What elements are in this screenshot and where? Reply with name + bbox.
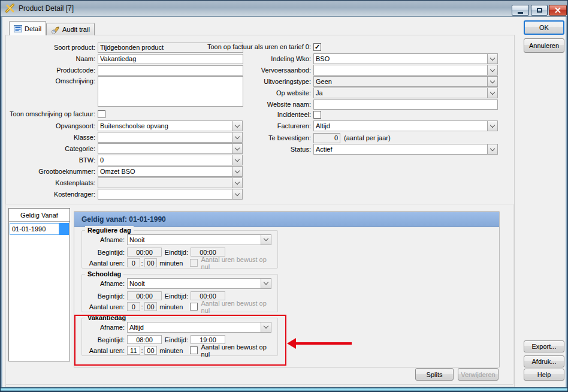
- list-item[interactable]: 01-01-1990: [10, 223, 69, 235]
- dropdown-button[interactable]: [261, 322, 271, 332]
- afname-value: Nooit: [128, 235, 261, 245]
- minuten-input[interactable]: 00: [144, 346, 158, 355]
- btw-select[interactable]: 0: [98, 155, 243, 165]
- colon-separator: :: [141, 303, 143, 310]
- field-factureren: Factureren: Altijd: [204, 120, 498, 131]
- detail-tab-icon: [14, 25, 22, 33]
- chevron-down-icon: [235, 156, 240, 161]
- te-bevestigen-input[interactable]: [313, 133, 340, 143]
- field-kostendrager: Kostendrager:: [5, 189, 243, 200]
- dropdown-button[interactable]: [487, 144, 497, 154]
- afname-select[interactable]: Nooit: [127, 278, 271, 289]
- uitvoeringstype-label: Uitvoeringstype:: [204, 78, 313, 85]
- field-toon-omschrijving: Toon omschrijving op factuur:: [5, 108, 105, 119]
- window-title: Product Detail [7]: [19, 4, 74, 13]
- kostendrager-select[interactable]: [98, 189, 243, 200]
- tab-audit-trail[interactable]: Audit trail: [46, 23, 95, 35]
- bewust-op-nul-checkbox[interactable]: [190, 303, 198, 310]
- uren-input[interactable]: 11: [127, 346, 140, 355]
- dropdown-button[interactable]: [487, 77, 497, 86]
- tab-detail[interactable]: Detail: [9, 21, 46, 35]
- chevron-down-icon: [235, 179, 240, 184]
- indeling-wko-select[interactable]: BSO: [313, 53, 498, 64]
- dropdown-button[interactable]: [487, 88, 497, 98]
- dropdown-button[interactable]: [487, 54, 497, 64]
- field-btw: BTW: 0: [5, 155, 243, 165]
- categorie-label: Categorie:: [5, 145, 98, 152]
- window-frame-right: [566, 17, 567, 388]
- toon-omschrijving-checkbox[interactable]: [98, 110, 105, 118]
- aantal-uren-label: Aantal uren:: [84, 347, 127, 354]
- incidenteel-checkbox[interactable]: [313, 111, 321, 119]
- export-button[interactable]: Export...: [524, 340, 564, 352]
- field-te-bevestigen: Te bevestigen: (aantal per jaar): [204, 132, 391, 143]
- minimize-button[interactable]: [512, 5, 529, 16]
- tab-detail-label: Detail: [25, 25, 41, 32]
- status-select[interactable]: Actief: [313, 144, 498, 155]
- bewust-op-nul-label: Aantal uren bewust op nul: [201, 256, 276, 270]
- chevron-down-icon: [264, 280, 268, 285]
- dropdown-button[interactable]: [487, 121, 497, 131]
- uitvoeringstype-select[interactable]: Geen: [313, 76, 498, 87]
- afname-select[interactable]: Nooit: [127, 234, 271, 245]
- dropdown-button[interactable]: [232, 155, 242, 165]
- window-frame-bottom: [1, 387, 567, 391]
- bewust-op-nul-checkbox[interactable]: [190, 346, 198, 354]
- klasse-label: Klasse:: [5, 134, 98, 141]
- dropdown-button[interactable]: [261, 279, 271, 288]
- op-website-label: Op website:: [204, 89, 313, 97]
- toon-omschrijving-label: Toon omschrijving op factuur:: [5, 110, 98, 117]
- geldig-vanaf-list-header: Geldig Vanaf: [9, 209, 70, 222]
- close-icon: [555, 7, 561, 13]
- te-bevestigen-suffix: (aantal per jaar): [344, 134, 391, 141]
- field-toon-op-factuur: Toon op factuur als uren en tarief 0: ✓: [204, 41, 321, 52]
- help-button[interactable]: Help: [524, 369, 564, 381]
- grootboeknummer-select[interactable]: Omzet BSO: [98, 166, 243, 177]
- field-indeling-wko: Indeling Wko: BSO: [204, 53, 498, 64]
- chevron-down-icon: [264, 236, 268, 241]
- geldig-vanaf-list[interactable]: Geldig Vanaf 01-01-1990: [8, 208, 70, 361]
- list-item-date[interactable]: 01-01-1990: [10, 223, 59, 235]
- factureren-select[interactable]: Altijd: [313, 120, 498, 131]
- begintijd-input: 00:00: [127, 248, 162, 257]
- status-value: Actief: [314, 144, 487, 154]
- field-vervoersaanbod: Vervoersaanbod:: [204, 65, 498, 76]
- chevron-down-icon: [235, 168, 240, 173]
- bewust-op-nul-checkbox: [190, 259, 198, 267]
- website-naam-input[interactable]: [313, 99, 498, 110]
- vervoersaanbod-label: Vervoersaanbod:: [204, 67, 313, 74]
- omschrijving-label: Omschrijving:: [5, 76, 98, 85]
- op-website-value: Ja: [314, 88, 487, 98]
- maximize-button[interactable]: [531, 5, 548, 16]
- indeling-wko-value: BSO: [314, 54, 487, 64]
- ok-button[interactable]: OK: [524, 20, 564, 35]
- minuten-label: minuten: [159, 260, 183, 267]
- begintijd-input[interactable]: 08:00: [127, 335, 162, 344]
- afdruk-button[interactable]: Afdruk...: [524, 355, 564, 367]
- close-button[interactable]: [549, 5, 567, 16]
- dropdown-button[interactable]: [261, 235, 271, 245]
- audit-trail-tab-icon: [51, 25, 60, 34]
- afname-select[interactable]: Altijd: [127, 322, 271, 333]
- begintijd-input: 00:00: [127, 291, 162, 300]
- dropdown-button[interactable]: [487, 65, 497, 75]
- splits-button[interactable]: Splits: [415, 368, 454, 381]
- kostenplaats-value: [98, 178, 232, 188]
- dropdown-button[interactable]: [232, 189, 242, 199]
- begintijd-label: Begintijd:: [84, 249, 127, 256]
- annuleren-button[interactable]: Annuleren: [524, 38, 564, 53]
- tab-audit-trail-label: Audit trail: [62, 26, 90, 33]
- eindtijd-label: Eindtijd:: [162, 293, 191, 300]
- vervoersaanbod-select[interactable]: [313, 65, 498, 76]
- chevron-down-icon: [264, 324, 268, 328]
- toon-op-factuur-checkbox[interactable]: ✓: [313, 43, 321, 51]
- afname-value: Altijd: [128, 322, 261, 332]
- website-naam-label: Website naam:: [204, 101, 313, 108]
- field-website-naam: Website naam:: [204, 99, 498, 110]
- op-website-select[interactable]: Ja: [313, 88, 498, 98]
- aantal-uren-label: Aantal uren:: [84, 260, 127, 267]
- dropdown-button[interactable]: [232, 167, 242, 176]
- highlight-arrow-head: [287, 338, 296, 349]
- field-grootboeknummer: Grootboeknummer: Omzet BSO: [5, 166, 243, 177]
- annuleren-label: Annuleren: [529, 42, 559, 49]
